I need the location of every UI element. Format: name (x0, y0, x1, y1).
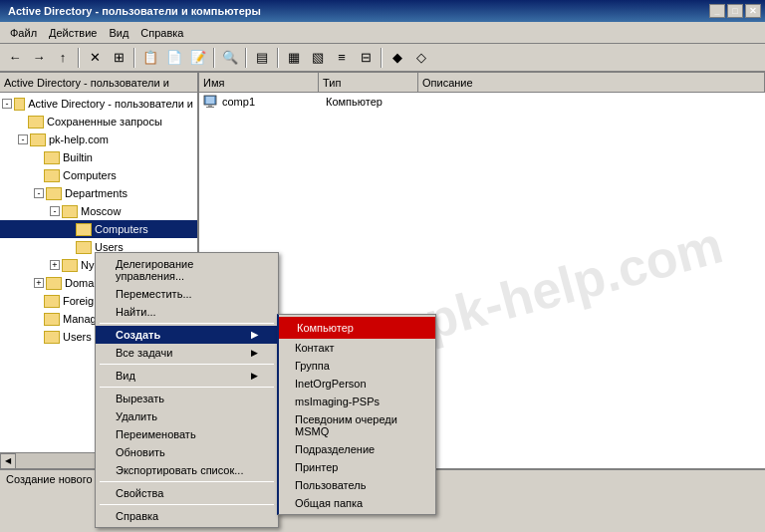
ctx-all-tasks-arrow: ▶ (251, 348, 258, 358)
sub-inetorgperson[interactable]: InetOrgPerson (279, 375, 435, 393)
ctx-sep-1 (100, 323, 274, 324)
context-menu: Делегирование управления... Переместить.… (95, 252, 279, 528)
sub-user[interactable]: Пользователь (279, 476, 435, 494)
folder-icon-builtin (44, 151, 60, 164)
ctx-help[interactable]: Справка (96, 507, 278, 525)
col-type[interactable]: Тип (319, 73, 418, 92)
toolbar-sep-4 (245, 48, 247, 68)
folder-icon-comp-top (44, 169, 60, 182)
sub-shared-folder[interactable]: Общая папка (279, 494, 435, 512)
toolbar-forward[interactable]: → (28, 47, 50, 69)
main-area: Active Directory - пользователи и - Acti… (0, 72, 765, 468)
close-button[interactable]: ✕ (745, 4, 761, 18)
sub-printer[interactable]: Принтер (279, 458, 435, 476)
pkhelp-node-label: pk-help.com (49, 133, 109, 145)
menu-action[interactable]: Действие (43, 25, 103, 41)
toolbar-back[interactable]: ← (4, 47, 26, 69)
tree-node-moscow[interactable]: - Moscow (0, 202, 197, 220)
ctx-create[interactable]: Создать ▶ (96, 326, 278, 344)
menu-file[interactable]: Файл (4, 25, 43, 41)
root-node-label: Active Directory - пользователи и (28, 98, 193, 110)
ctx-rename[interactable]: Переименовать (96, 425, 278, 443)
expand-moscow[interactable]: - (50, 206, 60, 216)
ctx-move[interactable]: Переместить... (96, 285, 278, 303)
ctx-find[interactable]: Найти... (96, 303, 278, 321)
tree-node-builtin[interactable]: Builtin (0, 148, 197, 166)
menu-help[interactable]: Справка (134, 25, 189, 41)
folder-icon-pkhelp (30, 133, 46, 146)
toolbar-view4[interactable]: ⊟ (355, 47, 377, 69)
tree-node-saved[interactable]: Сохраненные запросы (0, 113, 197, 131)
toolbar-view3[interactable]: ≡ (331, 47, 353, 69)
window-controls: _ □ ✕ (709, 4, 761, 18)
row-type: Компьютер (326, 96, 425, 108)
toolbar-extra2[interactable]: ◇ (410, 47, 432, 69)
ctx-refresh[interactable]: Обновить (96, 443, 278, 461)
users-root-label: Users (63, 331, 92, 343)
svg-rect-1 (206, 97, 214, 104)
expand-root[interactable]: - (2, 99, 12, 109)
col-desc[interactable]: Описание (418, 73, 765, 92)
expand-pkhelp[interactable]: - (18, 134, 28, 144)
list-header: Имя Тип Описание (199, 73, 765, 93)
moscow-node-label: Moscow (81, 205, 121, 217)
ctx-delete[interactable]: Удалить (96, 407, 278, 425)
svg-rect-3 (206, 107, 214, 108)
row-name: comp1 (222, 96, 326, 108)
ctx-properties[interactable]: Свойства (96, 484, 278, 502)
toolbar-sep-6 (381, 48, 382, 68)
maximize-button[interactable]: □ (727, 4, 743, 18)
expand-nyu-york[interactable]: + (50, 260, 60, 270)
toolbar-view2[interactable]: ▧ (307, 47, 329, 69)
toolbar-up[interactable]: ↑ (52, 47, 74, 69)
dept-node-label: Departments (65, 187, 128, 199)
window-title: Active Directory - пользователи и компью… (4, 5, 261, 17)
toolbar-extra1[interactable]: ◆ (386, 47, 408, 69)
ctx-view[interactable]: Вид ▶ (96, 367, 278, 385)
svg-rect-2 (208, 105, 212, 107)
builtin-node-label: Builtin (63, 151, 93, 163)
tree-node-computers[interactable]: Computers (0, 220, 197, 238)
computer-row-icon (203, 95, 219, 109)
folder-icon-managed (44, 313, 60, 326)
sub-msmq[interactable]: Псевдоним очереди MSMQ (279, 410, 435, 440)
toolbar-delete[interactable]: ✕ (84, 47, 106, 69)
ctx-sep-3 (100, 387, 274, 388)
tree-node-departments[interactable]: - Departments (0, 184, 197, 202)
ctx-view-arrow: ▶ (251, 371, 258, 381)
ctx-delegate[interactable]: Делегирование управления... (96, 255, 278, 285)
expand-dc[interactable]: + (34, 278, 44, 288)
toolbar-view1[interactable]: ▦ (283, 47, 305, 69)
tree-node-computers-top[interactable]: Computers (0, 166, 197, 184)
list-row[interactable]: comp1 Компьютер (199, 93, 765, 111)
folder-icon-computers (76, 223, 92, 236)
menu-view[interactable]: Вид (103, 25, 134, 41)
folder-icon-dc (46, 277, 62, 290)
col-name[interactable]: Имя (199, 73, 319, 92)
sub-msimaging[interactable]: msImaging-PSPs (279, 393, 435, 410)
col-name-label: Имя (203, 77, 224, 89)
sub-contact[interactable]: Контакт (279, 339, 435, 357)
comp-top-node-label: Computers (63, 169, 117, 181)
sub-group[interactable]: Группа (279, 357, 435, 375)
ctx-cut[interactable]: Вырезать (96, 390, 278, 407)
toolbar-copy[interactable]: 📄 (163, 47, 185, 69)
tree-node-pkhelp[interactable]: - pk-help.com (0, 131, 197, 148)
tree-node-root[interactable]: - Active Directory - пользователи и (0, 95, 197, 113)
ctx-all-tasks[interactable]: Все задачи ▶ (96, 344, 278, 362)
toolbar-paste[interactable]: 📝 (187, 47, 209, 69)
folder-icon-saved (28, 116, 44, 129)
ctx-export[interactable]: Экспортировать список... (96, 461, 278, 479)
folder-icon-users-m (76, 241, 92, 254)
sub-computer[interactable]: Компьютер (279, 317, 435, 339)
tree-scroll-left[interactable]: ◀ (0, 453, 16, 469)
expand-departments[interactable]: - (34, 188, 44, 198)
col-type-label: Тип (323, 77, 341, 89)
toolbar-new[interactable]: 📋 (139, 47, 161, 69)
toolbar-properties[interactable]: ⊞ (108, 47, 129, 69)
toolbar-filter[interactable]: ▤ (251, 47, 273, 69)
sub-ou[interactable]: Подразделение (279, 440, 435, 458)
toolbar-find[interactable]: 🔍 (219, 47, 241, 69)
minimize-button[interactable]: _ (709, 4, 725, 18)
toolbar-sep-1 (78, 48, 80, 68)
